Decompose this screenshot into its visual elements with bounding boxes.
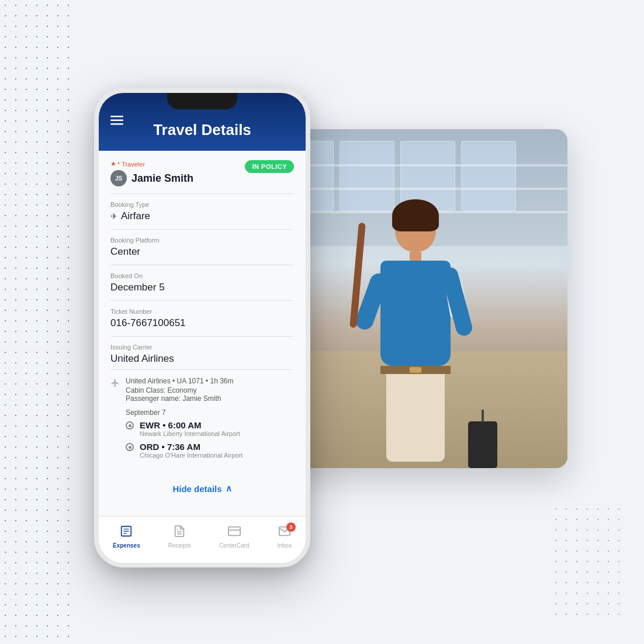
person-neck — [410, 252, 421, 261]
booking-platform-label: Booking Platform — [110, 237, 294, 244]
booking-platform-value: Center — [110, 246, 294, 258]
origin-airport-name: Newark Liberty International Airport — [140, 430, 240, 437]
destination-stop: ORD • 7:36 AM Chicago O'Hare Internation… — [126, 442, 294, 459]
booking-type-field: Booking Type ✈ Airfare — [110, 201, 294, 222]
booked-on-field: Booked On December 5 — [110, 272, 294, 293]
phone-notch — [167, 93, 237, 109]
divider-1 — [110, 193, 294, 194]
avatar: JS — [110, 170, 127, 186]
person-shirt — [380, 261, 451, 366]
svg-rect-1 — [110, 120, 123, 122]
person-belt — [380, 366, 451, 374]
traveler-name: Jamie Smith — [131, 172, 193, 185]
origin-airport-time: EWR • 6:00 AM — [140, 420, 240, 430]
right-arm — [440, 265, 474, 337]
inbox-badge: 3 — [286, 522, 296, 532]
ticket-number-value: 016-7667100651 — [110, 317, 294, 329]
nav-inbox[interactable]: 3 Inbox — [277, 525, 291, 549]
in-policy-badge: IN POLICY — [245, 160, 294, 173]
divider-2 — [110, 229, 294, 230]
hide-details-button[interactable]: Hide details ∧ — [110, 475, 294, 502]
receipts-icon — [173, 525, 186, 541]
issuing-carrier-value: United Airlines — [110, 353, 294, 365]
nav-expenses[interactable]: Expenses — [113, 525, 140, 549]
origin-stop: EWR • 6:00 AM Newark Liberty Internation… — [126, 420, 294, 437]
phone-content: ★ * Traveler JS Jamie Smith IN POLICY Bo… — [99, 151, 306, 527]
inbox-icon: 3 — [278, 525, 291, 541]
svg-rect-10 — [228, 527, 240, 536]
centercard-label: CenterCard — [219, 542, 250, 549]
booked-on-label: Booked On — [110, 272, 294, 279]
required-star: ★ — [110, 160, 116, 168]
svg-rect-2 — [110, 123, 123, 125]
hide-details-label: Hide details — [172, 484, 221, 494]
svg-rect-0 — [110, 116, 123, 117]
nav-receipts[interactable]: Receipts — [168, 525, 191, 549]
bottom-nav: Expenses Receipts — [99, 516, 306, 563]
origin-dot-inner — [129, 424, 131, 427]
route-date: September 7 — [126, 408, 294, 417]
route-section: September 7 EWR • 6:00 AM — [126, 408, 294, 459]
belt-buckle — [410, 367, 421, 373]
luggage — [468, 421, 497, 468]
issuing-carrier-label: Issuing Carrier — [110, 344, 294, 351]
window-4 — [461, 141, 516, 211]
person-figure — [357, 205, 474, 468]
person-hair — [392, 199, 439, 231]
airfare-icon: ✈ — [110, 212, 117, 221]
flight-details: United Airlines • UA 1071 • 1h 36m Cabin… — [126, 377, 294, 463]
ticket-number-label: Ticket Number — [110, 308, 294, 315]
traveler-info: ★ * Traveler JS Jamie Smith — [110, 160, 193, 186]
centercard-icon — [228, 525, 241, 541]
destination-dot-inner — [129, 446, 131, 449]
divider-4 — [110, 300, 294, 301]
phone-mockup: Travel Details ★ * Traveler JS Jamie Smi… — [94, 88, 310, 567]
luggage-handle — [482, 410, 484, 423]
issuing-carrier-field: Issuing Carrier United Airlines — [110, 344, 294, 365]
booking-type-value: ✈ Airfare — [110, 210, 294, 222]
traveler-label: ★ * Traveler — [110, 160, 193, 168]
nav-centercard[interactable]: CenterCard — [219, 525, 250, 549]
expenses-label: Expenses — [113, 542, 140, 549]
person-pants — [386, 374, 445, 462]
receipts-label: Receipts — [168, 542, 191, 549]
origin-info: EWR • 6:00 AM Newark Liberty Internation… — [140, 420, 240, 437]
traveler-section: ★ * Traveler JS Jamie Smith IN POLICY — [110, 151, 294, 186]
booking-platform-field: Booking Platform Center — [110, 237, 294, 258]
divider-3 — [110, 265, 294, 265]
destination-airport-time: ORD • 7:36 AM — [140, 442, 243, 452]
divider-5 — [110, 336, 294, 337]
traveler-row: JS Jamie Smith — [110, 170, 193, 186]
page-title: Travel Details — [110, 121, 294, 139]
inbox-label: Inbox — [277, 542, 291, 549]
menu-icon[interactable] — [110, 115, 123, 127]
flight-info-row: United Airlines • UA 1071 • 1h 36m Cabin… — [110, 377, 294, 463]
booking-type-label: Booking Type — [110, 201, 294, 208]
destination-airport-name: Chicago O'Hare International Airport — [140, 452, 243, 459]
flight-card-icon — [110, 378, 120, 390]
ticket-number-field: Ticket Number 016-7667100651 — [110, 308, 294, 329]
booked-on-value: December 5 — [110, 282, 294, 293]
flight-meta: United Airlines • UA 1071 • 1h 36m — [126, 377, 294, 385]
expenses-icon — [120, 525, 133, 541]
window-2 — [340, 141, 394, 211]
flight-cabin: Cabin Class: Economy — [126, 386, 294, 394]
destination-dot — [126, 443, 134, 451]
person-head — [395, 205, 436, 252]
origin-dot — [126, 421, 134, 430]
chevron-up-icon: ∧ — [226, 483, 232, 494]
destination-info: ORD • 7:36 AM Chicago O'Hare Internation… — [140, 442, 243, 459]
flight-passenger: Passenger name: Jamie Smith — [126, 394, 294, 403]
scene: Travel Details ★ * Traveler JS Jamie Smi… — [59, 59, 585, 585]
flight-card: United Airlines • UA 1071 • 1h 36m Cabin… — [110, 369, 294, 470]
